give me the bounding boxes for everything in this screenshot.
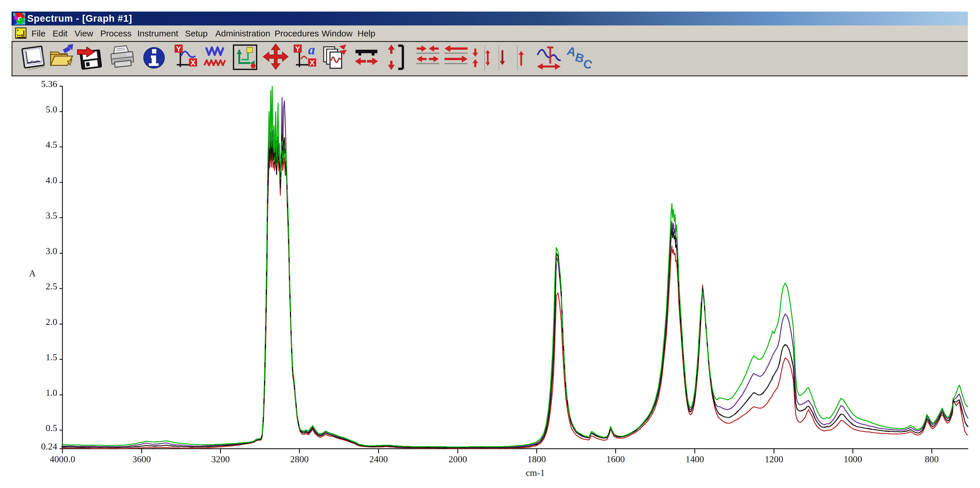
svg-text:Y: Y <box>295 45 300 53</box>
svg-text:Y: Y <box>176 45 181 53</box>
svg-text:a: a <box>308 43 315 57</box>
